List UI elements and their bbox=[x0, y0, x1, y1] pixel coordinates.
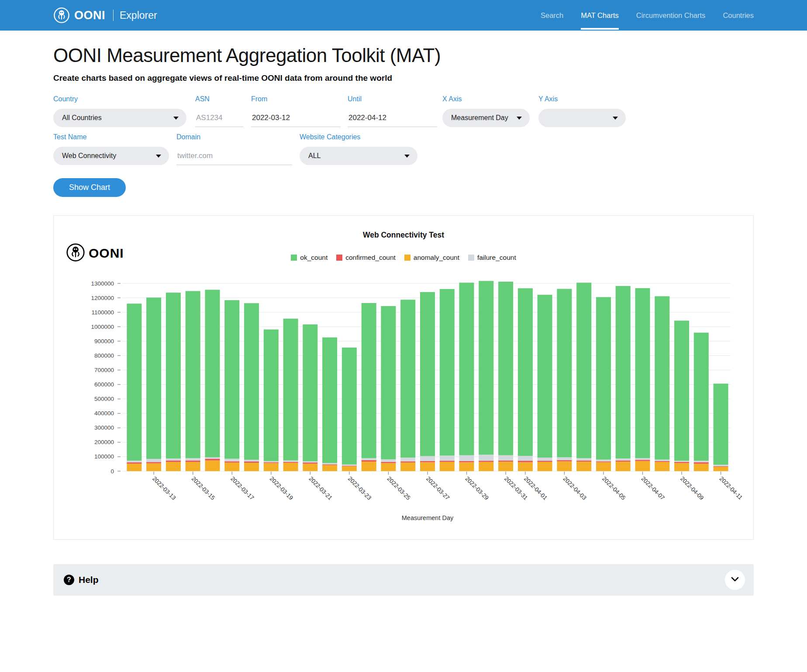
bar[interactable] bbox=[518, 288, 533, 471]
bar[interactable] bbox=[400, 300, 415, 471]
bar[interactable] bbox=[459, 283, 474, 471]
bar-segment-failure_count bbox=[479, 455, 493, 461]
until-date-input[interactable] bbox=[348, 109, 437, 127]
legend-swatch-icon bbox=[291, 255, 297, 261]
bar[interactable] bbox=[283, 319, 298, 471]
bar-segment-anomaly_count bbox=[244, 463, 259, 471]
axis-tick-label: 2022-04-05 bbox=[601, 476, 627, 501]
bar[interactable] bbox=[694, 333, 709, 471]
bar[interactable] bbox=[714, 384, 728, 471]
nav-item-mat-charts[interactable]: MAT Charts bbox=[581, 1, 619, 30]
bar-segment-anomaly_count bbox=[186, 462, 200, 471]
brand[interactable]: OONI Explorer bbox=[53, 7, 157, 24]
bar-segment-anomaly_count bbox=[576, 462, 591, 471]
help-expand-button[interactable] bbox=[725, 570, 745, 590]
domain-input[interactable] bbox=[176, 147, 292, 165]
bar[interactable] bbox=[381, 306, 396, 471]
axis-tick-label: 2022-03-29 bbox=[464, 476, 490, 501]
bar-segment-anomaly_count bbox=[498, 462, 513, 471]
bar[interactable] bbox=[479, 281, 493, 471]
from-date-input[interactable] bbox=[251, 109, 341, 127]
mat-query-form: Country All Countries ASN From Until bbox=[53, 95, 754, 197]
bar-segment-confirmed_count bbox=[694, 462, 709, 463]
x-axis-select[interactable]: Measurement Day bbox=[442, 109, 530, 127]
axis-tick-label: 2022-03-27 bbox=[425, 476, 451, 501]
bar[interactable] bbox=[420, 292, 435, 471]
chevron-down-icon bbox=[731, 577, 739, 583]
bar[interactable] bbox=[635, 288, 650, 471]
legend-item: anomaly_count bbox=[404, 254, 459, 262]
bar-segment-confirmed_count bbox=[283, 462, 298, 463]
page: OONI Explorer Search MAT Charts Circumve… bbox=[0, 0, 807, 672]
bar[interactable] bbox=[674, 320, 689, 471]
chevron-down-icon bbox=[517, 117, 522, 120]
bar[interactable] bbox=[224, 300, 239, 471]
bar[interactable] bbox=[322, 338, 337, 471]
nav-item-countries[interactable]: Countries bbox=[723, 1, 754, 30]
legend-item: confirmed_count bbox=[336, 254, 396, 262]
bar[interactable] bbox=[498, 282, 513, 471]
bar[interactable] bbox=[186, 291, 200, 471]
bar-segment-ok_count bbox=[440, 289, 455, 455]
bar[interactable] bbox=[538, 295, 552, 471]
bar-segment-failure_count bbox=[381, 459, 396, 462]
bar-segment-ok_count bbox=[146, 297, 161, 458]
bar[interactable] bbox=[244, 303, 259, 471]
chart-card: OONI Web Connectivity Test ok_countconfi… bbox=[53, 215, 754, 540]
brand-suffix: Explorer bbox=[120, 10, 157, 21]
nav-item-circumvention-charts[interactable]: Circumvention Charts bbox=[636, 1, 706, 30]
chevron-down-icon bbox=[173, 117, 179, 120]
axis-tick-label: 2022-03-23 bbox=[347, 476, 372, 501]
bar-segment-confirmed_count bbox=[381, 462, 396, 463]
bar-segment-failure_count bbox=[459, 455, 474, 461]
show-chart-button[interactable]: Show Chart bbox=[53, 178, 126, 197]
bar[interactable] bbox=[264, 330, 279, 471]
bar-segment-failure_count bbox=[283, 461, 298, 462]
bar-segment-failure_count bbox=[518, 456, 533, 461]
bar-segment-failure_count bbox=[224, 459, 239, 462]
bar[interactable] bbox=[146, 297, 161, 471]
bar[interactable] bbox=[576, 283, 591, 471]
asn-input[interactable] bbox=[195, 109, 243, 127]
test-name-select[interactable]: Web Connectivity bbox=[53, 147, 169, 165]
axis-tick-label: 2022-03-13 bbox=[151, 476, 177, 501]
axis-tick-label: 1200000 bbox=[91, 295, 114, 301]
website-categories-select[interactable]: ALL bbox=[300, 147, 417, 165]
website-categories-label: Website Categories bbox=[300, 133, 417, 141]
bar-segment-ok_count bbox=[186, 291, 200, 458]
nav-item-search[interactable]: Search bbox=[541, 1, 563, 30]
bar-segment-anomaly_count bbox=[635, 461, 650, 471]
bar-segment-ok_count bbox=[538, 295, 552, 458]
bar[interactable] bbox=[655, 296, 669, 471]
bar[interactable] bbox=[166, 293, 181, 471]
bar-segment-confirmed_count bbox=[186, 461, 200, 462]
x-axis-label: X Axis bbox=[442, 95, 530, 103]
bar-segment-confirmed_count bbox=[322, 464, 337, 465]
axis-tick-label: 400000 bbox=[94, 410, 114, 417]
bar[interactable] bbox=[303, 324, 317, 471]
bar-segment-failure_count bbox=[538, 458, 552, 461]
bar[interactable] bbox=[362, 303, 376, 471]
bar[interactable] bbox=[205, 290, 220, 471]
bar-segment-confirmed_count bbox=[498, 461, 513, 462]
legend-label: ok_count bbox=[300, 254, 328, 262]
bar[interactable] bbox=[616, 286, 631, 471]
bar-segment-ok_count bbox=[498, 282, 513, 455]
bar[interactable] bbox=[127, 303, 141, 471]
country-select[interactable]: All Countries bbox=[53, 109, 186, 127]
legend-item: failure_count bbox=[468, 254, 516, 262]
bar-segment-ok_count bbox=[205, 290, 220, 458]
bar-segment-failure_count bbox=[303, 462, 317, 463]
bar-segment-confirmed_count bbox=[576, 461, 591, 462]
y-axis-select[interactable] bbox=[538, 109, 626, 127]
bar-segment-anomaly_count bbox=[479, 462, 493, 471]
question-mark-icon: ? bbox=[64, 575, 74, 585]
bar[interactable] bbox=[596, 297, 611, 471]
bar[interactable] bbox=[440, 289, 455, 471]
bar[interactable] bbox=[342, 348, 357, 471]
y-axis-label: Y Axis bbox=[538, 95, 626, 103]
bar[interactable] bbox=[557, 289, 572, 471]
bar-segment-anomaly_count bbox=[420, 462, 435, 471]
bar-segment-anomaly_count bbox=[538, 462, 552, 471]
bar-segment-failure_count bbox=[596, 460, 611, 462]
